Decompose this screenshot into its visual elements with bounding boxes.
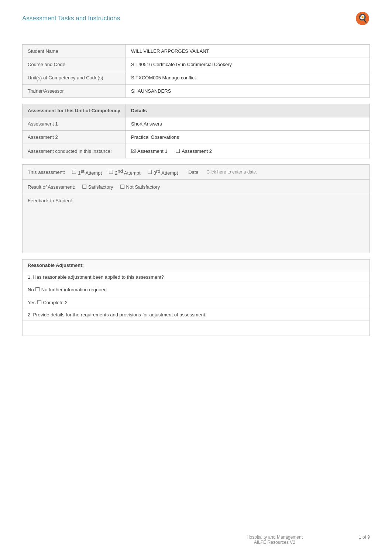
feedback-cell: Feedback to Student: [23,194,370,253]
student-info-row-3: Trainer/Assessor SHAUNSANDERS [23,85,370,98]
ra-no-row: No ☐ No further information required [23,283,369,296]
footer-center-line2: AILFE Resources V2 [190,540,359,545]
ra-question1: 1. Has reasonable adjustment been applie… [28,274,164,280]
student-info-row-0: Student Name WILL VILLER ARPORGES VAILAN… [23,45,370,58]
satisfactory-group[interactable]: ☐ Satisfactory [82,183,113,190]
assessment-2-checkbox[interactable]: ☐ [175,148,180,154]
student-info-label-1: Course and Code [23,58,126,71]
assessment-2-label: Assessment 2 [23,131,126,144]
result-label: Result of Assessment: [28,184,75,190]
attempt-3-checkbox[interactable]: ☐ [147,169,152,175]
attempt-3-label: 3rd Attempt [154,168,178,176]
ra-question2-row: 2. Provide details for the requirements … [23,309,369,321]
date-label: Date: [188,169,200,175]
ra-question1-row: 1. Has reasonable adjustment been applie… [23,271,369,283]
attempt-2-group[interactable]: ☐ 2nd Attempt [109,168,140,176]
satisfactory-checkbox[interactable]: ☐ [82,183,87,190]
not-satisfactory-checkbox[interactable]: ☐ [120,183,125,190]
svg-text:🍳: 🍳 [358,13,368,23]
student-info-value-0: WILL VILLER ARPORGES VAILANT [126,45,370,58]
attempt-1-checkbox[interactable]: ☐ [72,169,76,175]
assessment-conducted-value: ☒ Assessment 1 ☐ Assessment 2 [126,144,370,158]
assessment-1-label: Assessment 1 [23,117,126,131]
attempt-2-label: 2nd Attempt [115,168,140,176]
page-info: 1 of 9 [359,535,370,540]
assessment-1-checkbox-label: Assessment 1 [137,148,168,154]
ra-question2: 2. Provide details for the requirements … [28,312,206,318]
result-table: This assessment: ☐ 1st Attempt ☐ 2nd Att… [22,164,370,253]
ra-no-option: No ☐ No further information required [28,287,107,292]
assessment-conducted-label: Assessment conducted in this instance: [23,144,126,158]
page-title: Assessment Tasks and Instructions [22,11,120,22]
attempt-row: This assessment: ☐ 1st Attempt ☐ 2nd Att… [23,165,370,180]
ra-yes-checkbox[interactable]: ☐ [37,299,42,305]
assessment-2-checkbox-group[interactable]: ☐ Assessment 2 [175,148,212,154]
date-placeholder[interactable]: Click here to enter a date. [206,169,257,175]
ra-yes-option: Yes ☐ Complete 2 [28,300,68,305]
assessment-1-checkbox-group[interactable]: ☒ Assessment 1 [131,148,168,154]
logo-icon: 🍳 [344,11,370,37]
ra-title: Reasonable Adjustment: [28,262,84,268]
attempt-1-group[interactable]: ☐ 1st Attempt [72,168,102,176]
page: Assessment Tasks and Instructions 🍳 Stud… [0,0,392,556]
ra-no-checkbox[interactable]: ☐ [35,286,40,292]
footer-center: Hospitality and Management AILFE Resourc… [190,535,359,545]
student-info-value-1: SIT40516 Certificate IV in Commercial Co… [126,58,370,71]
assessment-row-1: Assessment 1 Short Answers [23,117,370,131]
assessment-2-value: Practical Observations [126,131,370,144]
attempt-2-checkbox[interactable]: ☐ [109,169,113,175]
reasonable-adjustment-section: Reasonable Adjustment: 1. Has reasonable… [22,259,370,336]
ra-title-row: Reasonable Adjustment: [23,260,369,271]
student-info-table: Student Name WILL VILLER ARPORGES VAILAN… [22,44,370,98]
this-assessment-label: This assessment: [28,169,65,175]
ra-yes-row: Yes ☐ Complete 2 [23,296,369,309]
student-info-label-2: Unit(s) of Competency and Code(s) [23,71,126,85]
result-cell: Result of Assessment: ☐ Satisfactory ☐ N… [23,180,370,194]
satisfactory-label: Satisfactory [88,184,113,190]
feedback-row: Feedback to Student: [23,194,370,253]
assessment-1-checkbox[interactable]: ☒ [131,148,136,154]
student-info-value-3: SHAUNSANDERS [126,85,370,98]
assessment-details-header: Details [126,104,370,117]
assessment-unit-header: Assessment for this Unit of Competency [23,104,126,117]
not-satisfactory-label: Not Satisfactory [126,184,160,190]
footer-right: 1 of 9 [359,535,370,545]
ra-empty-row [23,321,369,336]
student-info-row-1: Course and Code SIT40516 Certificate IV … [23,58,370,71]
not-satisfactory-group[interactable]: ☐ Not Satisfactory [120,183,160,190]
assessment-header-row: Assessment for this Unit of Competency D… [23,104,370,117]
footer-left [22,535,190,545]
assessment-1-value: Short Answers [126,117,370,131]
student-info-row-2: Unit(s) of Competency and Code(s) SITXCO… [23,71,370,85]
assessment-2-checkbox-label: Assessment 2 [182,148,212,154]
student-info-label-0: Student Name [23,45,126,58]
attempt-1-label: 1st Attempt [78,168,102,176]
student-info-value-2: SITXCOM005 Manage conflict [126,71,370,85]
header: Assessment Tasks and Instructions 🍳 [22,11,370,37]
assessment-info-table: Assessment for this Unit of Competency D… [22,104,370,158]
assessment-row-2: Assessment 2 Practical Observations [23,131,370,144]
assessment-conducted-row: Assessment conducted in this instance: ☒… [23,144,370,158]
attempt-3-group[interactable]: ☐ 3rd Attempt [147,168,178,176]
footer: Hospitality and Management AILFE Resourc… [0,535,392,545]
student-info-label-3: Trainer/Assessor [23,85,126,98]
result-row: Result of Assessment: ☐ Satisfactory ☐ N… [23,180,370,194]
result-inner: Result of Assessment: ☐ Satisfactory ☐ N… [28,183,364,190]
feedback-label: Feedback to Student: [28,198,73,203]
attempt-inner: This assessment: ☐ 1st Attempt ☐ 2nd Att… [28,168,364,176]
attempt-cell: This assessment: ☐ 1st Attempt ☐ 2nd Att… [23,165,370,180]
footer-center-line1: Hospitality and Management [190,535,359,540]
